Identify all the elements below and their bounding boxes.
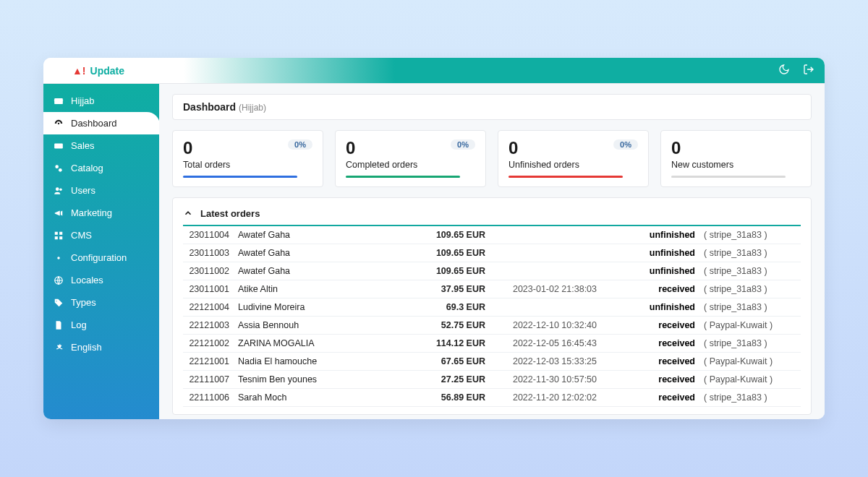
order-status: received	[620, 388, 699, 406]
lang-icon	[54, 343, 64, 353]
sidebar-item-label: Dashboard	[71, 118, 117, 129]
sidebar-item-catalog[interactable]: Catalog	[43, 157, 159, 179]
users-icon	[54, 186, 64, 196]
order-customer: Awatef Gaha	[234, 262, 410, 280]
chevron-up-icon	[183, 208, 193, 218]
order-id: 22121004	[183, 298, 234, 316]
order-status: received	[620, 352, 699, 370]
svg-point-3	[57, 145, 60, 147]
order-id: 23011001	[183, 280, 234, 298]
topbar-actions	[778, 64, 814, 78]
order-method: ( stripe_31a83 )	[699, 334, 801, 352]
table-row[interactable]: 23011001Atike Altin37.95 EUR2023-01-02 2…	[183, 280, 801, 298]
sidebar-item-dashboard[interactable]: Dashboard	[43, 112, 160, 134]
table-row[interactable]: 22121003Assia Bennouh52.75 EUR2022-12-10…	[183, 316, 801, 334]
order-amount: 109.65 EUR	[410, 226, 490, 244]
sidebar-item-cms[interactable]: CMS	[43, 224, 159, 246]
order-customer: Ludivine Moreira	[234, 298, 410, 316]
orders-table: 23011004Awatef Gaha109.65 EURunfinished(…	[183, 226, 801, 407]
page-title: Dashboard	[183, 101, 236, 113]
gears-icon	[54, 253, 64, 263]
stat-label: Total orders	[183, 160, 312, 170]
svg-rect-11	[59, 236, 62, 239]
sidebar-item-users[interactable]: Users	[43, 179, 159, 202]
panel-title: Latest orders	[200, 208, 260, 219]
svg-point-7	[59, 188, 62, 191]
table-row[interactable]: 23011002Awatef Gaha109.65 EURunfinished(…	[183, 262, 801, 280]
topbar: ▲! Update	[43, 58, 825, 84]
order-method: ( stripe_31a83 )	[699, 262, 801, 280]
stat-value: 0	[671, 138, 801, 158]
tag-icon	[54, 298, 64, 308]
order-id: 22111006	[183, 388, 234, 406]
order-id: 22121002	[183, 334, 234, 352]
order-customer: Tesnim Ben younes	[234, 370, 410, 388]
sidebar-item-configuration[interactable]: Configuration	[43, 246, 159, 269]
globe-icon	[54, 275, 64, 285]
sidebar-item-marketing[interactable]: Marketing	[43, 202, 159, 224]
svg-point-12	[57, 257, 60, 259]
cogs-icon	[54, 163, 64, 173]
order-customer: Awatef Gaha	[234, 244, 410, 262]
sidebar-item-label: Marketing	[71, 207, 112, 218]
stat-card: 0New customers	[660, 130, 812, 187]
order-method: ( stripe_31a83 )	[699, 298, 801, 316]
sidebar-item-label: CMS	[71, 230, 92, 241]
svg-rect-0	[54, 98, 63, 103]
stat-card: 00%Completed orders	[335, 130, 486, 187]
update-link[interactable]: ▲! Update	[72, 65, 124, 77]
svg-rect-9	[59, 231, 62, 234]
table-row[interactable]: 22121001Nadia El hamouche67.65 EUR2022-1…	[183, 352, 801, 370]
order-status: unfinished	[620, 226, 699, 244]
order-method: ( Paypal-Kuwait )	[699, 370, 801, 388]
sidebar-item-label: Types	[71, 297, 96, 308]
page-header: Dashboard (Hijjab)	[172, 94, 812, 120]
warning-icon: ▲!	[72, 65, 86, 77]
order-customer: Atike Altin	[234, 280, 410, 298]
table-row[interactable]: 23011004Awatef Gaha109.65 EURunfinished(…	[183, 226, 801, 244]
svg-rect-8	[55, 231, 58, 234]
stat-bar	[183, 176, 297, 178]
update-label: Update	[90, 65, 124, 77]
order-date	[490, 298, 620, 316]
svg-rect-1	[54, 100, 63, 100]
sidebar-item-english[interactable]: English	[43, 336, 159, 358]
order-id: 22121001	[183, 352, 234, 370]
sidebar-item-sales[interactable]: Sales	[43, 134, 159, 157]
sidebar-item-label: Sales	[71, 140, 95, 151]
app-window: ▲! Update HijjabDashboardSalesCatalogUse…	[43, 58, 825, 419]
order-date: 2022-11-30 10:57:50	[490, 370, 620, 388]
order-date: 2023-01-02 21:38:03	[490, 280, 620, 298]
order-status: unfinished	[620, 262, 699, 280]
sidebar-item-label: Users	[71, 185, 95, 196]
stat-label: Completed orders	[346, 160, 475, 170]
order-method: ( Paypal-Kuwait )	[699, 316, 801, 334]
sidebar-item-hijjab[interactable]: Hijjab	[43, 90, 159, 112]
svg-point-4	[55, 165, 59, 168]
order-date	[490, 226, 620, 244]
order-customer: Assia Bennouh	[234, 316, 410, 334]
order-amount: 27.25 EUR	[410, 370, 490, 388]
stat-bar	[509, 176, 623, 178]
table-row[interactable]: 22121004Ludivine Moreira69.3 EURunfinish…	[183, 298, 801, 316]
sidebar-item-log[interactable]: Log	[43, 314, 159, 336]
order-id: 22111007	[183, 370, 234, 388]
sidebar-item-types[interactable]: Types	[43, 291, 159, 314]
theme-toggle[interactable]	[778, 64, 790, 78]
panel-header[interactable]: Latest orders	[183, 205, 801, 226]
table-row[interactable]: 22111007Tesnim Ben younes27.25 EUR2022-1…	[183, 370, 801, 388]
table-row[interactable]: 22121002ZARINA MOGALIA114.12 EUR2022-12-…	[183, 334, 801, 352]
order-customer: Awatef Gaha	[234, 226, 410, 244]
logout-button[interactable]	[803, 64, 814, 78]
order-method: ( stripe_31a83 )	[699, 280, 801, 298]
table-row[interactable]: 22111006Sarah Moch56.89 EUR2022-11-20 12…	[183, 388, 801, 406]
order-id: 22121003	[183, 316, 234, 334]
sidebar-item-locales[interactable]: Locales	[43, 269, 159, 291]
svg-point-6	[56, 187, 59, 191]
order-id: 23011003	[183, 244, 234, 262]
order-customer: Nadia El hamouche	[234, 352, 410, 370]
table-row[interactable]: 23011003Awatef Gaha109.65 EURunfinished(…	[183, 244, 801, 262]
stat-bar	[671, 176, 786, 178]
order-customer: Sarah Moch	[234, 388, 410, 406]
stat-label: New customers	[671, 160, 801, 170]
